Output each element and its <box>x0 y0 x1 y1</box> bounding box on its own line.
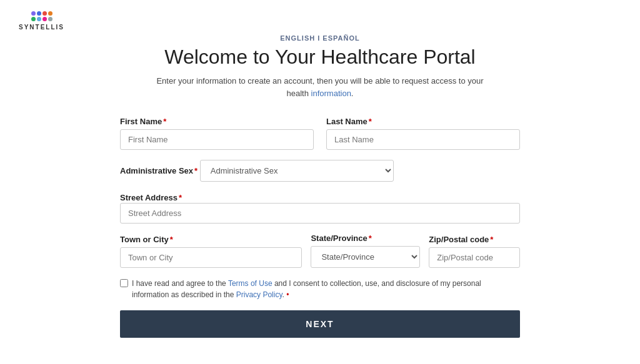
logo-dot-5 <box>31 17 36 21</box>
last-name-label: Last Name* <box>326 117 520 126</box>
town-group: Town or City* <box>120 235 302 268</box>
street-address-row: Street Address* <box>120 192 520 224</box>
subtitle-link[interactable]: information <box>311 89 351 98</box>
privacy-link[interactable]: Privacy Policy <box>236 290 282 299</box>
logo-dot-2 <box>37 11 41 16</box>
first-name-required: * <box>163 117 166 126</box>
admin-sex-row: Administrative Sex* Administrative Sex M… <box>120 160 520 182</box>
logo-dot-4 <box>48 11 52 16</box>
first-name-group: First Name* <box>120 117 314 150</box>
language-separator: I <box>315 34 322 42</box>
logo-area: SYNTELLIS <box>19 11 64 31</box>
next-button[interactable]: NEXT <box>120 310 520 338</box>
state-group: State/Province* State/Province Alabama A… <box>311 234 420 268</box>
zip-group: Zip/Postal code* <box>429 235 520 268</box>
terms-checkbox[interactable] <box>120 279 128 287</box>
page-wrapper: SYNTELLIS ENGLISH I ESPAÑOL Welcome to Y… <box>0 0 640 364</box>
privacy-required: • <box>286 290 289 299</box>
street-address-required: * <box>179 193 182 202</box>
location-row: Town or City* State/Province* State/Prov… <box>120 234 520 268</box>
last-name-group: Last Name* <box>326 117 520 150</box>
town-label: Town or City* <box>120 235 302 244</box>
zip-required: * <box>490 235 493 244</box>
spanish-link[interactable]: ESPAÑOL <box>322 34 359 42</box>
name-row: First Name* Last Name* <box>120 117 520 150</box>
logo-dot-3 <box>42 11 47 16</box>
state-select[interactable]: State/Province Alabama Alaska Arizona Ca… <box>311 246 420 268</box>
logo-grid <box>31 11 52 21</box>
main-content: ENGLISH I ESPAÑOL Welcome to Your Health… <box>0 0 640 338</box>
logo-text: SYNTELLIS <box>19 24 64 31</box>
form-container: First Name* Last Name* Administrative Se… <box>120 117 520 338</box>
admin-sex-select[interactable]: Administrative Sex Male Female Unknown <box>200 160 394 182</box>
zip-input[interactable] <box>429 247 520 268</box>
last-name-input[interactable] <box>326 129 520 150</box>
first-name-label: First Name* <box>120 117 314 126</box>
street-address-label: Street Address* <box>120 193 182 202</box>
page-title: Welcome to Your Healthcare Portal <box>164 46 475 69</box>
logo-dot-1 <box>31 11 36 16</box>
admin-sex-required: * <box>194 166 198 175</box>
checkbox-row: I have read and agree to the Terms of Us… <box>120 278 520 300</box>
logo-dot-6 <box>37 17 41 21</box>
logo-dot-8 <box>48 17 52 21</box>
admin-sex-label: Administrative Sex* <box>120 166 200 175</box>
zip-label: Zip/Postal code* <box>429 235 520 244</box>
town-required: * <box>170 235 173 244</box>
checkbox-text: I have read and agree to the Terms of Us… <box>132 278 520 300</box>
terms-link[interactable]: Terms of Use <box>228 279 272 288</box>
first-name-input[interactable] <box>120 129 314 150</box>
logo-dot-7 <box>42 17 47 21</box>
state-label: State/Province* <box>311 234 420 243</box>
town-input[interactable] <box>120 247 302 268</box>
language-bar: ENGLISH I ESPAÑOL <box>280 34 359 42</box>
street-address-input[interactable] <box>120 203 520 224</box>
subtitle-end: . <box>351 89 354 98</box>
last-name-required: * <box>369 117 372 126</box>
state-required: * <box>369 234 372 243</box>
page-subtitle: Enter your information to create an acco… <box>145 75 495 99</box>
english-link[interactable]: ENGLISH <box>280 34 315 42</box>
